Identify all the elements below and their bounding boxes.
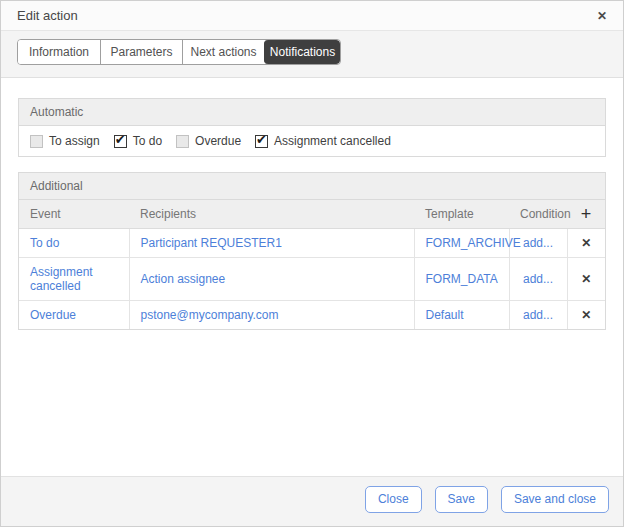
notifications-table: Event Recipients Template Condition + To… [19, 200, 605, 329]
checkbox-label-to-assign: To assign [49, 134, 100, 148]
tab-notifications[interactable]: Notifications [264, 40, 340, 64]
dialog-footer: Close Save Save and close [1, 476, 623, 526]
add-row-icon[interactable]: + [567, 200, 605, 229]
cell-recipients[interactable]: pstone@mycompany.com [129, 301, 414, 330]
checkbox-label-overdue: Overdue [195, 134, 241, 148]
cell-event[interactable]: Assignment cancelled [19, 258, 129, 301]
column-header-event: Event [19, 200, 129, 229]
save-button[interactable]: Save [435, 486, 488, 512]
automatic-panel-header: Automatic [19, 99, 605, 126]
tab-next-actions[interactable]: Next actions [182, 40, 264, 64]
column-header-recipients: Recipients [129, 200, 414, 229]
edit-action-dialog: Edit action ✕ Information Parameters Nex… [0, 0, 624, 527]
table-row: To do Participant REQUESTER1 FORM_ARCHIV… [19, 229, 605, 258]
cell-event[interactable]: To do [19, 229, 129, 258]
cell-condition-add-link[interactable]: add... [509, 258, 567, 301]
dialog-content: Automatic To assign To do Overdue Assign… [1, 78, 623, 476]
cell-condition-add-link[interactable]: add... [509, 301, 567, 330]
cell-recipients[interactable]: Action assignee [129, 258, 414, 301]
checkbox-label-assignment-cancelled: Assignment cancelled [274, 134, 391, 148]
automatic-checkbox-row: To assign To do Overdue Assignment cance… [19, 126, 605, 156]
tab-information[interactable]: Information [18, 40, 100, 64]
table-row: Overdue pstone@mycompany.com Default add… [19, 301, 605, 330]
checkbox-to-assign[interactable] [30, 135, 43, 148]
column-header-condition: Condition [509, 200, 567, 229]
column-header-template: Template [414, 200, 509, 229]
checkitem-to-assign[interactable]: To assign [30, 134, 100, 148]
cell-template[interactable]: FORM_ARCHIVE [414, 229, 509, 258]
automatic-panel: Automatic To assign To do Overdue Assign… [18, 98, 606, 157]
dialog-close-icon[interactable]: ✕ [597, 10, 607, 22]
delete-row-icon[interactable]: ✕ [567, 229, 605, 258]
save-and-close-button[interactable]: Save and close [501, 486, 609, 512]
cell-template[interactable]: Default [414, 301, 509, 330]
close-button[interactable]: Close [365, 486, 422, 512]
delete-row-icon[interactable]: ✕ [567, 301, 605, 330]
cell-template[interactable]: FORM_DATA [414, 258, 509, 301]
checkitem-overdue[interactable]: Overdue [176, 134, 241, 148]
additional-panel: Additional Event Recipients Template Con… [18, 172, 606, 330]
dialog-titlebar: Edit action ✕ [1, 1, 623, 31]
delete-row-icon[interactable]: ✕ [567, 258, 605, 301]
checkbox-label-to-do: To do [133, 134, 162, 148]
tab-parameters[interactable]: Parameters [100, 40, 182, 64]
dialog-title: Edit action [17, 8, 78, 23]
checkitem-to-do[interactable]: To do [114, 134, 162, 148]
additional-panel-header: Additional [19, 173, 605, 200]
table-header-row: Event Recipients Template Condition + [19, 200, 605, 229]
checkbox-to-do[interactable] [114, 135, 127, 148]
cell-event[interactable]: Overdue [19, 301, 129, 330]
tab-band: Information Parameters Next actions Noti… [1, 31, 623, 78]
cell-recipients[interactable]: Participant REQUESTER1 [129, 229, 414, 258]
checkbox-overdue[interactable] [176, 135, 189, 148]
checkbox-assignment-cancelled[interactable] [255, 135, 268, 148]
table-row: Assignment cancelled Action assignee FOR… [19, 258, 605, 301]
tab-group: Information Parameters Next actions Noti… [17, 39, 341, 65]
checkitem-assignment-cancelled[interactable]: Assignment cancelled [255, 134, 391, 148]
